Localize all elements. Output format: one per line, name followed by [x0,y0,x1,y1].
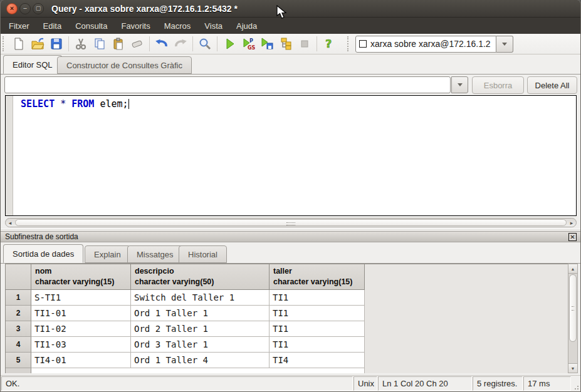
explain-query-icon[interactable] [277,36,295,53]
column-header-nom[interactable]: nom character varying(15) [31,264,131,290]
scrollbar-thumb[interactable] [569,274,577,342]
row-number[interactable]: 2 [6,306,31,321]
cell-descripcio[interactable]: Ord 2 Taller 1 [131,321,270,337]
menu-edita[interactable]: Edita [36,19,69,33]
svg-text:GS: GS [248,45,255,51]
tab-messages[interactable]: Missatges [127,245,183,263]
menu-favorits[interactable]: Favorits [114,19,157,33]
scrollbar-trough[interactable] [568,343,577,363]
table-row[interactable]: 4 TI1-03 Ord 3 Taller 1 TI1 [6,337,568,353]
scroll-right-icon[interactable]: ▸ [567,220,576,226]
column-name: descripcio [135,266,266,277]
menu-macros[interactable]: Macros [157,19,198,33]
status-line-ending: Unix [353,376,377,391]
cut-icon[interactable] [72,36,90,53]
editor-horizontal-scrollbar[interactable]: ◂ ▸ [5,218,577,227]
help-icon[interactable]: ? [320,36,338,53]
column-header-taller[interactable]: taller character varying(15) [270,264,365,290]
menu-vista[interactable]: Vista [197,19,229,33]
svg-text:?: ? [325,37,332,50]
tab-editor-sql[interactable]: Editor SQL [3,55,62,74]
menu-ajuda[interactable]: Ajuda [229,19,264,33]
resize-grip[interactable] [572,376,580,391]
paste-icon[interactable] [110,36,127,53]
tab-history[interactable]: Historial [179,245,227,263]
sql-editor[interactable]: SELECT * FROM elem; [5,95,577,216]
connection-dropdown-button[interactable] [496,36,513,53]
query-history-dropdown-button[interactable] [451,76,468,93]
close-button[interactable]: × [6,3,18,14]
table-row[interactable]: 1 S-TI1 Switch del Taller 1 TI1 [6,290,568,306]
row-number[interactable]: 3 [6,321,31,337]
query-window: × − ▢ Query - xarxa sobre xarxa@172.16.1… [0,0,581,392]
execute-to-file-icon[interactable] [258,36,276,53]
tab-explain-label: Explain [94,250,121,259]
tab-query-builder-label: Constructor de Consultes Gràfic [66,61,182,70]
toolbar-grip[interactable] [3,36,7,51]
find-icon[interactable] [196,36,214,53]
output-tabbar: Sortida de dades Explain Missatges Histo… [1,242,580,264]
toolbar-separator [192,36,193,51]
cell-nom[interactable]: TI1-01 [31,306,131,321]
scroll-down-icon[interactable]: ▼ [568,363,577,373]
cell-descripcio[interactable]: Ord 3 Taller 1 [131,337,270,353]
cell-nom[interactable]: TI1-02 [31,321,131,337]
tab-data-output[interactable]: Sortida de dades [3,244,83,263]
connection-combobox[interactable]: xarxa sobre xarxa@172.16.1.2 [355,36,513,53]
query-history-input[interactable] [4,76,451,93]
table-row[interactable]: 2 TI1-01 Ord 1 Taller 1 TI1 [6,306,568,321]
tab-explain[interactable]: Explain [85,245,130,263]
pgscript-p-label: P [249,38,253,44]
cell-descripcio[interactable]: Ord 1 Taller 4 [131,353,270,368]
scroll-left-icon[interactable]: ◂ [6,220,14,226]
column-header-descripcio[interactable]: descripcio character varying(50) [131,264,270,290]
scroll-up-icon[interactable]: ▲ [568,264,577,274]
cell-taller[interactable]: TI4 [270,353,365,368]
output-panel-header[interactable]: Subfinestra de sortida ✕ [1,231,580,242]
grid-corner-cell[interactable] [6,264,31,290]
new-file-icon[interactable] [10,36,28,53]
panel-close-button[interactable]: ✕ [568,233,577,241]
undo-icon[interactable] [153,36,170,53]
cell-taller[interactable]: TI1 [270,337,365,353]
cell-nom[interactable]: TI4-01 [31,353,131,368]
scrollbar-thumb[interactable] [15,219,567,226]
execute-pgscript-icon[interactable]: PGS [239,36,257,53]
row-number[interactable]: 5 [6,353,31,368]
maximize-icon: ▢ [36,6,41,11]
menu-fitxer[interactable]: Fitxer [2,19,36,33]
table-row[interactable]: 5 TI4-01 Ord 1 Taller 4 TI4 [6,353,568,368]
toolbar-separator [217,36,217,51]
maximize-button[interactable]: ▢ [33,3,44,14]
clear-window-icon[interactable] [128,36,146,53]
cell-taller[interactable]: TI1 [270,321,365,337]
connection-value[interactable]: xarxa sobre xarxa@172.16.1.2 [355,36,496,53]
minimize-button[interactable]: − [19,3,31,14]
copy-icon[interactable] [91,36,108,53]
cell-descripcio[interactable]: Switch del Taller 1 [131,290,270,306]
sql-text[interactable]: SELECT * FROM elem; [21,98,129,110]
cell-taller[interactable]: TI1 [270,306,365,321]
table-row[interactable]: 3 TI1-02 Ord 2 Taller 1 TI1 [6,321,568,337]
cell-nom[interactable]: TI1-03 [31,337,131,353]
menu-consulta[interactable]: Consulta [68,19,114,33]
row-number[interactable]: 4 [6,337,31,353]
redo-icon[interactable] [172,36,189,53]
tab-messages-label: Missatges [137,250,174,259]
toolbar-grip[interactable] [347,36,352,51]
grid-vertical-scrollbar[interactable]: ▲ ▼ [568,264,578,373]
row-number[interactable]: 1 [6,290,31,306]
save-file-icon[interactable] [48,36,65,53]
cell-descripcio[interactable]: Ord 1 Taller 1 [131,306,270,321]
window-title: Query - xarxa sobre xarxa@172.16.1.2:543… [51,4,238,14]
execute-query-icon[interactable] [221,36,238,53]
query-bar: Esborra Delete All [1,75,580,95]
tab-query-builder[interactable]: Constructor de Consultes Gràfic [57,56,192,74]
column-type: character varying(15) [273,277,362,287]
panel-splitter[interactable] [1,229,580,230]
status-elapsed-time: 17 ms [523,376,571,391]
cell-taller[interactable]: TI1 [270,290,365,306]
cell-nom[interactable]: S-TI1 [31,290,131,306]
open-file-icon[interactable] [29,36,46,53]
delete-all-button[interactable]: Delete All [527,76,577,94]
